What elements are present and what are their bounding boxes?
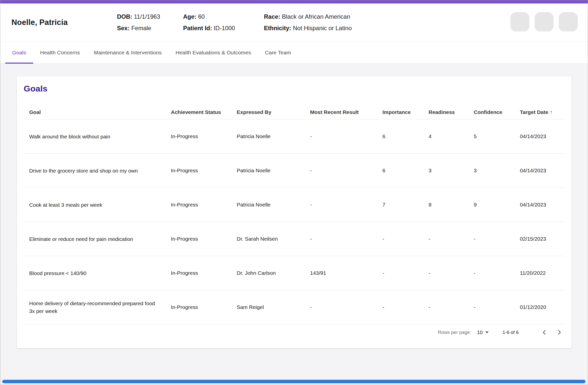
cell-achievement-status: In-Progress xyxy=(171,202,237,208)
cell-importance: 7 xyxy=(382,202,429,208)
page-title: Goals xyxy=(24,84,565,94)
patient-dob: DOB: 11/1/1963 xyxy=(117,11,183,22)
cell-importance: - xyxy=(382,304,429,310)
header-action-button-3[interactable] xyxy=(559,12,578,31)
patient-name: Noelle, Patricia xyxy=(11,18,117,27)
cell-importance: 6 xyxy=(382,168,429,174)
header-action-button-2[interactable] xyxy=(535,12,554,31)
table-row[interactable]: Drive to the grocery store and shop on m… xyxy=(24,154,565,188)
chevron-right-icon xyxy=(556,329,563,336)
cell-most-recent-result: - xyxy=(310,236,382,242)
cell-expressed-by: Patricia Noelle xyxy=(237,168,310,174)
column-header-achievement-status[interactable]: Achievement Status xyxy=(171,109,237,115)
sort-ascending-icon: ↑ xyxy=(550,109,553,115)
cell-expressed-by: Patricia Noelle xyxy=(237,202,310,208)
cell-confidence: 5 xyxy=(474,133,520,139)
cell-goal: Blood pressure < 140/90 xyxy=(24,269,171,277)
table-pagination: Rows per page: 10 1-6 of 6 xyxy=(24,324,565,340)
cell-readiness: 8 xyxy=(429,202,474,208)
cell-achievement-status: In-Progress xyxy=(171,304,237,310)
cell-confidence: 3 xyxy=(474,168,520,174)
patient-demographics: DOB: 11/1/1963 Sex: Female Age: 60 Patie… xyxy=(117,11,404,34)
header-action-button-1[interactable] xyxy=(510,12,529,31)
cell-target-date: 11/20/2022 xyxy=(520,270,565,276)
cell-goal: Drive to the grocery store and shop on m… xyxy=(24,167,171,175)
goals-table: Goal Achievement Status Expressed By Mos… xyxy=(24,105,565,324)
cell-confidence: - xyxy=(474,304,520,310)
cell-readiness: - xyxy=(429,236,474,242)
cell-importance: 6 xyxy=(382,133,429,139)
tab-goals[interactable]: Goals xyxy=(5,41,33,64)
cell-target-date: 04/14/2023 xyxy=(520,133,565,139)
column-header-importance[interactable]: Importance xyxy=(382,109,429,115)
top-accent-bar xyxy=(0,0,588,3)
table-row[interactable]: Cook at least 3 meals per week In-Progre… xyxy=(24,188,565,222)
cell-readiness: - xyxy=(429,304,474,310)
patient-age: Age: 60 xyxy=(183,11,264,22)
table-row[interactable]: Home delivery of dietary-recommended pre… xyxy=(24,290,565,324)
main-content: Goals Goal Achievement Status Expressed … xyxy=(0,64,588,348)
cell-confidence: - xyxy=(474,270,520,276)
cell-confidence: - xyxy=(474,236,520,242)
cell-confidence: 9 xyxy=(474,202,520,208)
cell-goal: Cook at least 3 meals per week xyxy=(24,201,171,209)
goals-card: Goals Goal Achievement Status Expressed … xyxy=(17,76,572,348)
cell-most-recent-result: - xyxy=(310,133,382,139)
tab-health-concerns[interactable]: Health Concerns xyxy=(33,41,87,64)
horizontal-scrollbar[interactable] xyxy=(2,380,586,383)
chevron-left-icon xyxy=(541,329,548,336)
cell-goal: Home delivery of dietary-recommended pre… xyxy=(24,299,171,315)
cell-target-date: 04/14/2023 xyxy=(520,168,565,174)
cell-achievement-status: In-Progress xyxy=(171,236,237,242)
cell-achievement-status: In-Progress xyxy=(171,270,237,276)
rows-per-page-select[interactable]: 10 xyxy=(475,329,490,336)
cell-importance: - xyxy=(382,236,429,242)
cell-most-recent-result: 143/91 xyxy=(310,270,382,276)
caret-down-icon xyxy=(485,331,489,333)
next-page-button[interactable] xyxy=(556,329,563,336)
tab-care-team[interactable]: Care Team xyxy=(258,41,298,64)
cell-expressed-by: Patricia Noelle xyxy=(237,133,310,139)
table-row[interactable]: Blood pressure < 140/90 In-Progress Dr. … xyxy=(24,256,565,290)
cell-achievement-status: In-Progress xyxy=(171,133,237,139)
cell-readiness: 3 xyxy=(429,168,474,174)
cell-readiness: - xyxy=(429,270,474,276)
tab-maintenance-interventions[interactable]: Maintenance & Interventions xyxy=(87,41,169,64)
section-tabs: Goals Health Concerns Maintenance & Inte… xyxy=(0,41,588,64)
previous-page-button[interactable] xyxy=(541,329,548,336)
rows-per-page-label: Rows per page: xyxy=(438,330,471,335)
goals-table-header: Goal Achievement Status Expressed By Mos… xyxy=(24,105,565,119)
cell-readiness: 4 xyxy=(429,133,474,139)
cell-most-recent-result: - xyxy=(310,202,382,208)
patient-id: Patient Id: ID-1000 xyxy=(183,22,264,34)
column-header-target-date[interactable]: Target Date ↑ xyxy=(520,109,565,115)
cell-target-date: 02/15/2023 xyxy=(520,236,565,242)
cell-most-recent-result: - xyxy=(310,304,382,310)
tab-health-evaluations-outcomes[interactable]: Health Evaluations & Outcomes xyxy=(169,41,258,64)
patient-sex: Sex: Female xyxy=(117,22,183,34)
cell-most-recent-result: - xyxy=(310,168,382,174)
cell-achievement-status: In-Progress xyxy=(171,168,237,174)
column-header-most-recent-result[interactable]: Most Recent Result xyxy=(310,109,382,115)
goals-table-body: Walk around the block without pain In-Pr… xyxy=(24,119,565,324)
cell-goal: Walk around the block without pain xyxy=(24,133,171,140)
pagination-range: 1-6 of 6 xyxy=(503,330,519,335)
cell-expressed-by: Sam Reigel xyxy=(237,304,310,310)
header-actions xyxy=(510,12,578,31)
cell-goal: Eliminate or reduce need for pain medica… xyxy=(24,235,171,243)
patient-ethnicity: Ethnicity: Not Hispanic or Latino xyxy=(264,22,404,34)
patient-header: Noelle, Patricia DOB: 11/1/1963 Sex: Fem… xyxy=(0,3,588,41)
column-header-expressed-by[interactable]: Expressed By xyxy=(237,109,310,115)
table-row[interactable]: Eliminate or reduce need for pain medica… xyxy=(24,222,565,256)
cell-target-date: 01/12/2020 xyxy=(520,304,565,310)
column-header-goal[interactable]: Goal xyxy=(24,109,171,115)
column-header-readiness[interactable]: Readiness xyxy=(429,109,474,115)
patient-race: Race: Black or African American xyxy=(264,11,404,22)
column-header-confidence[interactable]: Confidence xyxy=(474,109,520,115)
cell-target-date: 04/14/2023 xyxy=(520,202,565,208)
cell-expressed-by: Dr. Sarah Neilsen xyxy=(237,236,310,242)
active-tab-underline xyxy=(5,63,33,64)
cell-expressed-by: Dr. John Carlson xyxy=(237,270,310,276)
cell-importance: - xyxy=(382,270,429,276)
table-row[interactable]: Walk around the block without pain In-Pr… xyxy=(24,119,565,154)
